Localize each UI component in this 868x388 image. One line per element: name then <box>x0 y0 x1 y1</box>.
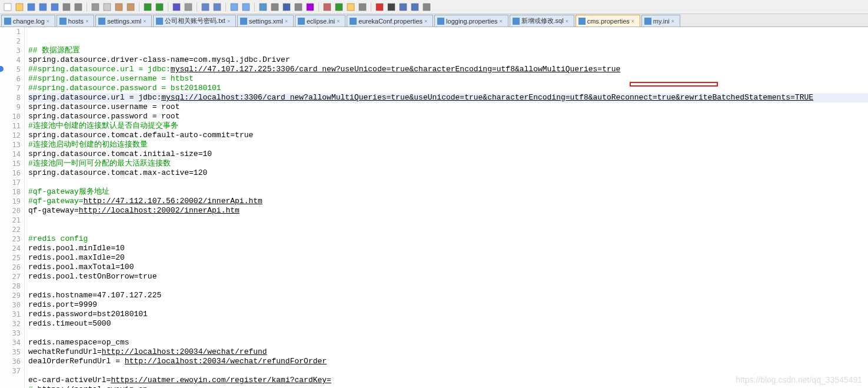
code-line[interactable]: spring.datasource.driver-class-name=com.… <box>28 55 868 65</box>
code-line[interactable] <box>28 178 868 187</box>
paragraph-button[interactable] <box>270 2 280 12</box>
paste-append-button[interactable] <box>125 2 136 12</box>
close-icon[interactable]: × <box>285 18 291 24</box>
cut-button[interactable] <box>90 2 101 12</box>
code-line[interactable] <box>28 281 868 291</box>
merge-button[interactable] <box>241 2 251 12</box>
close-icon[interactable]: × <box>143 18 149 24</box>
code-line[interactable]: ##spring.datasource.password = bst201801… <box>28 84 868 93</box>
code-line[interactable]: #连接池同一时间可分配的最大活跃连接数 <box>28 159 868 168</box>
close-icon[interactable]: × <box>671 18 677 24</box>
close-icon[interactable]: × <box>631 18 637 24</box>
code-line[interactable] <box>28 366 868 376</box>
tab-logging-properties[interactable]: logging.properties× <box>434 15 508 26</box>
format-button[interactable] <box>322 2 332 12</box>
code-line[interactable]: redis.hostname=47.107.127.225 <box>28 291 868 300</box>
open-button[interactable] <box>14 2 25 12</box>
code-line[interactable]: redis.pool.maxIdle=20 <box>28 253 868 263</box>
sort-button[interactable] <box>305 2 315 12</box>
compare-button[interactable] <box>229 2 240 12</box>
code-line[interactable] <box>28 329 868 338</box>
code-line[interactable]: spring.datasource.password = root <box>28 112 868 121</box>
new-file-button[interactable] <box>2 2 13 12</box>
svg-rect-4 <box>51 4 58 11</box>
code-line[interactable]: # https://portal.ewoyin.cn <box>28 385 868 388</box>
code-line[interactable]: redis.namespace=op_cms <box>28 338 868 347</box>
code-line[interactable]: redis.pool.testOnBorrow=true <box>28 272 868 281</box>
code-line[interactable]: redis.pool.maxTotal=100 <box>28 263 868 272</box>
save-as-button[interactable] <box>49 2 60 12</box>
import-button[interactable] <box>421 2 432 12</box>
spell-button[interactable] <box>334 2 344 12</box>
code-line[interactable]: spring.datasource.tomcat.default-auto-co… <box>28 131 868 140</box>
redo-button[interactable] <box>154 2 165 12</box>
indent-active-button[interactable] <box>281 2 292 12</box>
tab-hosts[interactable]: hosts× <box>56 15 94 26</box>
tab-settings-xml[interactable]: settings.xml× <box>95 15 152 26</box>
line-gutter: 1234567891011121314151617181920212223242… <box>0 27 25 388</box>
table-button[interactable] <box>183 2 194 12</box>
code-line[interactable]: redis.port=9999 <box>28 300 868 310</box>
stop-button[interactable] <box>386 2 397 12</box>
code-line[interactable]: ##spring.datasource.username = htbst <box>28 74 868 84</box>
code-area[interactable]: ## 数据源配置spring.datasource.driver-class-n… <box>25 27 868 388</box>
code-line[interactable]: #redis config <box>28 234 868 244</box>
tab-cms-properties[interactable]: cms.properties× <box>576 15 640 26</box>
print-preview-button[interactable] <box>73 2 84 12</box>
print-button[interactable] <box>61 2 72 12</box>
tab-eurekaConf-properties[interactable]: eurekaConf.properties× <box>347 15 433 26</box>
code-line[interactable] <box>28 225 868 234</box>
tab-settings-xml[interactable]: settings.xml× <box>237 15 294 26</box>
svg-rect-14 <box>185 4 192 11</box>
code-line[interactable]: ## 数据源配置 <box>28 46 868 55</box>
record-button[interactable] <box>374 2 385 12</box>
code-line[interactable]: #qf-gateway服务地址 <box>28 187 868 197</box>
code-line[interactable]: ##spring.datasource.url = jdbc:mysql://4… <box>28 65 868 74</box>
code-line[interactable]: #连接池启动时创建的初始连接数量 <box>28 140 868 150</box>
step-button[interactable] <box>398 2 408 12</box>
tab-my-ini[interactable]: my.ini× <box>641 15 680 26</box>
code-line[interactable]: redis.password=bst20180101 <box>28 310 868 319</box>
svg-rect-18 <box>242 4 250 11</box>
close-icon[interactable]: × <box>46 18 52 24</box>
tab-change-log[interactable]: change.log× <box>1 15 55 26</box>
tab-eclipse-ini[interactable]: eclipse.ini× <box>295 15 345 26</box>
close-icon[interactable]: × <box>337 18 342 24</box>
tab--txt[interactable]: 公司相关账号密码.txt× <box>153 15 236 26</box>
file-icon <box>156 18 163 25</box>
save-all-button[interactable] <box>38 2 48 12</box>
indent-left-button[interactable] <box>258 2 268 12</box>
code-line[interactable] <box>28 215 868 225</box>
code-line[interactable]: spring.datasource.username = root <box>28 102 868 112</box>
zoom-in-button[interactable] <box>200 2 211 12</box>
breakpoint-marker[interactable] <box>0 66 4 72</box>
tab--sql[interactable]: 新增或修改.sql× <box>510 15 574 26</box>
code-button[interactable] <box>293 2 304 12</box>
link-button[interactable] <box>171 2 182 12</box>
code-line[interactable]: spring.datasource.tomcat.max-active=120 <box>28 168 868 178</box>
code-line[interactable]: redis.timeout=5000 <box>28 319 868 329</box>
code-line[interactable]: #连接池中创建的连接默认是否自动提交事务 <box>28 121 868 131</box>
copy-button[interactable] <box>102 2 112 12</box>
code-line[interactable]: spring.datasource.url = jdbc:mysql://loc… <box>28 93 868 102</box>
close-icon[interactable]: × <box>566 18 571 24</box>
close-icon[interactable]: × <box>500 18 505 24</box>
line-number: 8 <box>0 93 21 102</box>
folder-button[interactable] <box>345 2 356 12</box>
code-line[interactable]: wechatRefundUrl=http://localhost:20034/w… <box>28 347 868 357</box>
close-icon[interactable]: × <box>85 18 91 24</box>
code-line[interactable]: dealOrderRefundUrl = http://localhost:20… <box>28 357 868 366</box>
zoom-out-button[interactable] <box>212 2 222 12</box>
save-button[interactable] <box>26 2 36 12</box>
code-line[interactable]: spring.datasource.tomcat.initial-size=10 <box>28 150 868 159</box>
play-button[interactable] <box>410 2 420 12</box>
eye-button[interactable] <box>357 2 368 12</box>
close-icon[interactable]: × <box>424 18 430 24</box>
code-line[interactable]: redis.pool.minIdle=10 <box>28 244 868 253</box>
svg-rect-10 <box>127 4 134 11</box>
paste-button[interactable] <box>114 2 124 12</box>
undo-button[interactable] <box>142 2 153 12</box>
close-icon[interactable]: × <box>227 18 233 24</box>
code-line[interactable]: #qf-gateway=http://47.112.107.56:20002/i… <box>28 197 868 206</box>
code-line[interactable]: qf-gateway=http://localhost:20002/innerA… <box>28 206 868 215</box>
